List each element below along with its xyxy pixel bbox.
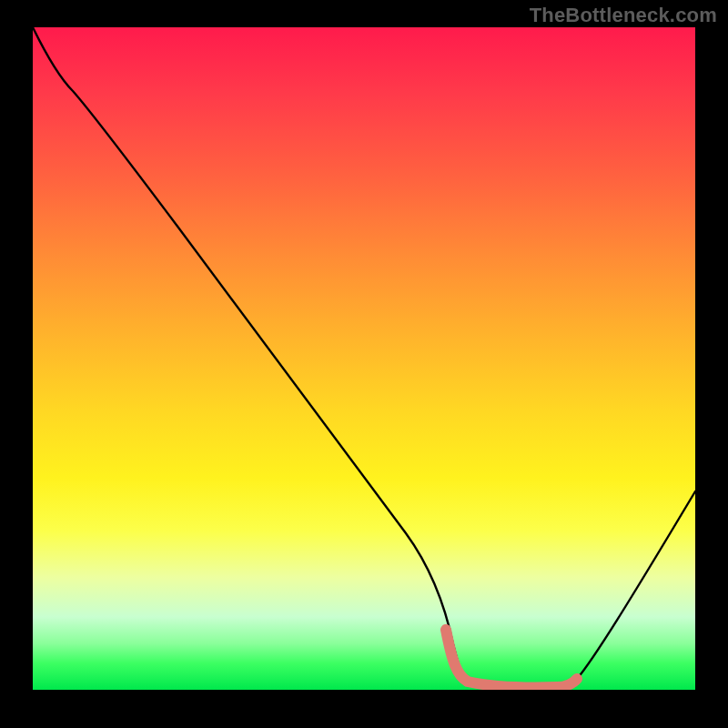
chart-frame: TheBottleneck.com <box>0 0 728 728</box>
highlight-band-path <box>446 630 577 687</box>
plot-area <box>33 27 695 690</box>
watermark-text: TheBottleneck.com <box>530 4 717 27</box>
curve-svg <box>33 27 695 690</box>
bottleneck-curve-path <box>33 27 695 687</box>
